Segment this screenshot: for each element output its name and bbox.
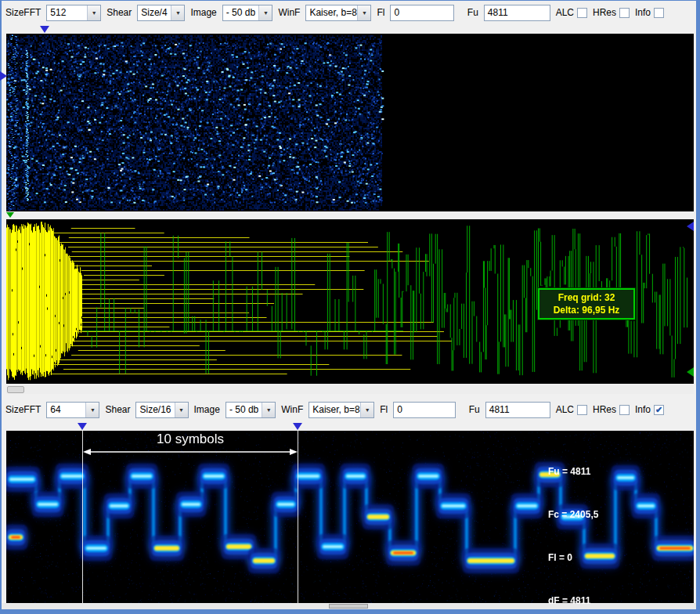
scrollbar-thumb[interactable] [329, 604, 368, 609]
fu-value: 4811 [489, 404, 510, 415]
chevron-down-icon[interactable]: ▼ [85, 403, 99, 417]
sizefft-value: 64 [47, 403, 85, 417]
alc-checkbox[interactable] [577, 405, 587, 415]
winf-label: WinF [278, 7, 300, 18]
winf-value: Kaiser, b=8 [306, 5, 357, 20]
tooltip-line1: Freq grid: 32 [539, 291, 633, 304]
window-frame-top [0, 0, 700, 1]
hres-label: HRes [593, 7, 616, 18]
fl-field[interactable]: 0 [390, 5, 453, 21]
measurement-readout: Fu = 4811 Fc = 2405,5 Fl = 0 dF = 4811 t… [548, 435, 630, 614]
info-checkbox[interactable]: ✔ [654, 405, 664, 415]
shear-value: Size/4 [138, 5, 171, 20]
window-frame-left [0, 0, 2, 614]
winf-value: Kaiser, b=8 [309, 403, 360, 417]
freq-marker-icon[interactable] [0, 71, 7, 81]
chevron-down-icon[interactable]: ▼ [262, 403, 275, 417]
window-frame-bottom [0, 609, 700, 614]
hres-checkbox[interactable] [619, 405, 630, 415]
chevron-down-icon[interactable]: ▼ [258, 5, 272, 20]
time-marker-icon[interactable] [40, 26, 49, 33]
hres-label: HRes [593, 404, 616, 415]
toolbar-top: SizeFFT 512 ▼ Shear Size/4 ▼ Image - 50 … [2, 1, 695, 24]
alc-checkbox[interactable] [577, 8, 587, 18]
shear-combo[interactable]: Size/16 ▼ [135, 402, 188, 418]
fl-value: 0 [394, 7, 399, 18]
winf-combo[interactable]: Kaiser, b=8 ▼ [305, 5, 371, 21]
hres-group: HRes [593, 7, 630, 18]
info-label: Info [635, 404, 651, 415]
symbol-span-arrow-icon [83, 447, 298, 457]
shear-value: Size/16 [136, 403, 174, 417]
freq-marker-right-icon[interactable] [687, 222, 694, 231]
image-value: - 50 db [226, 403, 262, 417]
waveform-h-scrollbar[interactable] [6, 385, 694, 394]
chevron-down-icon[interactable]: ▼ [360, 403, 373, 417]
scrollbar-thumb[interactable] [7, 386, 24, 393]
chevron-down-icon[interactable]: ▼ [87, 5, 100, 20]
cursor-line-right[interactable] [298, 431, 298, 603]
info-group: Info ✔ [635, 404, 664, 415]
readout-line: Fl = 0 [548, 551, 630, 565]
selection-marker-icon[interactable] [6, 212, 14, 218]
image-label: Image [190, 7, 216, 18]
fu-label: Fu [467, 7, 478, 18]
alc-group: ALC [556, 404, 587, 415]
toolbar-bottom: SizeFFT 64 ▼ Shear Size/16 ▼ Image - 50 … [2, 398, 695, 421]
image-combo[interactable]: - 50 db ▼ [222, 5, 273, 21]
alc-label: ALC [556, 7, 574, 18]
time-ruler-bottom[interactable] [6, 421, 694, 431]
readout-line: dF = 4811 [548, 594, 630, 608]
shear-combo[interactable]: Size/4 ▼ [137, 5, 185, 21]
spectrogram-top-canvas[interactable] [6, 34, 694, 211]
fl-label: Fl [377, 7, 384, 18]
fu-value: 4811 [488, 7, 508, 18]
sizefft-combo[interactable]: 64 ▼ [46, 402, 99, 418]
info-label: Info [635, 7, 651, 18]
hres-group: HRes [593, 404, 630, 415]
symbol-span-label: 10 symbols [83, 432, 298, 447]
fl-value: 0 [397, 404, 402, 415]
freq-grid-tooltip: Freq grid: 32 Delta: 96,95 Hz [538, 288, 635, 320]
signal-analyzer-window: SizeFFT 512 ▼ Shear Size/4 ▼ Image - 50 … [0, 0, 700, 614]
chevron-down-icon[interactable]: ▼ [175, 403, 188, 417]
alc-group: ALC [556, 7, 587, 18]
shear-label: Shear [105, 404, 130, 415]
sizefft-label: SizeFFT [5, 7, 41, 18]
cursor-line-left[interactable] [82, 431, 83, 603]
selection-marker-right-icon[interactable] [687, 367, 694, 377]
image-combo[interactable]: - 50 db ▼ [226, 402, 276, 418]
image-label: Image [194, 404, 220, 415]
alc-label: ALC [556, 404, 574, 415]
chevron-down-icon[interactable]: ▼ [357, 5, 370, 20]
time-marker-icon[interactable] [293, 423, 302, 430]
shear-label: Shear [106, 7, 132, 18]
fu-field[interactable]: 4811 [485, 402, 550, 418]
readout-line: Fc = 2405,5 [548, 507, 630, 522]
fu-field[interactable]: 4811 [484, 5, 550, 21]
chevron-down-icon[interactable]: ▼ [171, 5, 184, 20]
fl-field[interactable]: 0 [393, 402, 456, 418]
time-marker-icon[interactable] [78, 423, 87, 430]
sizefft-value: 512 [47, 5, 87, 20]
tooltip-line2: Delta: 96,95 Hz [539, 304, 633, 316]
fu-label: Fu [469, 404, 480, 415]
fl-label: Fl [380, 404, 388, 415]
info-checkbox[interactable] [654, 8, 664, 18]
spectrogram-top-panel[interactable] [6, 34, 694, 211]
time-ruler-top[interactable] [6, 24, 694, 34]
winf-combo[interactable]: Kaiser, b=8 ▼ [309, 402, 374, 418]
window-frame-right [696, 0, 700, 614]
info-group: Info [635, 7, 664, 18]
sizefft-label: SizeFFT [5, 404, 41, 415]
image-value: - 50 db [223, 5, 259, 20]
sizefft-combo[interactable]: 512 ▼ [46, 5, 101, 21]
readout-line: Fu = 4811 [548, 464, 630, 479]
hres-checkbox[interactable] [619, 8, 630, 18]
winf-label: WinF [281, 404, 303, 415]
